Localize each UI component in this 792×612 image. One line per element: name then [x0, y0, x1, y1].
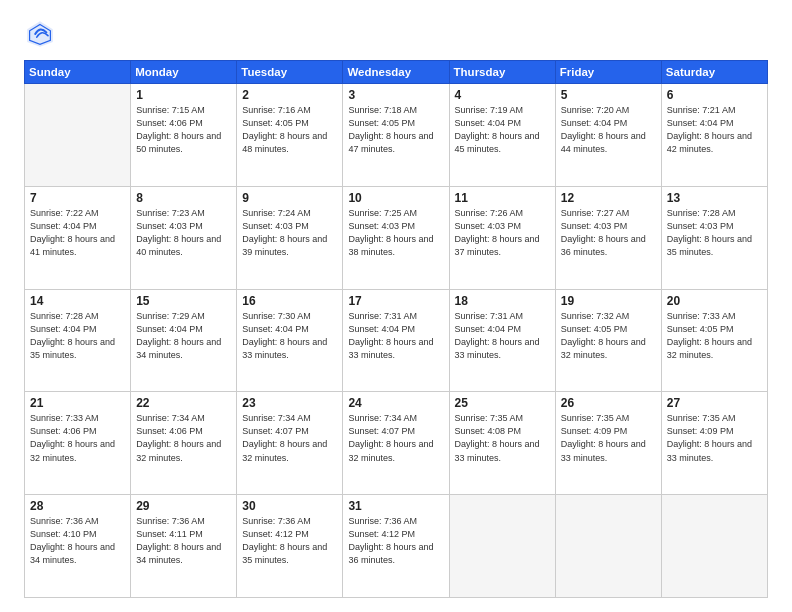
day-info: Sunrise: 7:19 AM Sunset: 4:04 PM Dayligh…	[455, 104, 550, 156]
day-number: 7	[30, 191, 125, 205]
day-info: Sunrise: 7:22 AM Sunset: 4:04 PM Dayligh…	[30, 207, 125, 259]
page: SundayMondayTuesdayWednesdayThursdayFrid…	[0, 0, 792, 612]
day-info: Sunrise: 7:28 AM Sunset: 4:04 PM Dayligh…	[30, 310, 125, 362]
day-number: 9	[242, 191, 337, 205]
calendar-cell	[661, 495, 767, 598]
calendar-cell: 5Sunrise: 7:20 AM Sunset: 4:04 PM Daylig…	[555, 84, 661, 187]
day-info: Sunrise: 7:34 AM Sunset: 4:07 PM Dayligh…	[348, 412, 443, 464]
day-info: Sunrise: 7:30 AM Sunset: 4:04 PM Dayligh…	[242, 310, 337, 362]
day-number: 29	[136, 499, 231, 513]
day-number: 2	[242, 88, 337, 102]
calendar-cell: 14Sunrise: 7:28 AM Sunset: 4:04 PM Dayli…	[25, 289, 131, 392]
day-info: Sunrise: 7:31 AM Sunset: 4:04 PM Dayligh…	[348, 310, 443, 362]
logo-icon	[24, 18, 56, 50]
day-number: 15	[136, 294, 231, 308]
day-info: Sunrise: 7:35 AM Sunset: 4:09 PM Dayligh…	[561, 412, 656, 464]
day-number: 17	[348, 294, 443, 308]
day-number: 4	[455, 88, 550, 102]
calendar-cell: 22Sunrise: 7:34 AM Sunset: 4:06 PM Dayli…	[131, 392, 237, 495]
day-info: Sunrise: 7:25 AM Sunset: 4:03 PM Dayligh…	[348, 207, 443, 259]
calendar-cell: 15Sunrise: 7:29 AM Sunset: 4:04 PM Dayli…	[131, 289, 237, 392]
day-number: 27	[667, 396, 762, 410]
day-number: 10	[348, 191, 443, 205]
calendar-week-3: 14Sunrise: 7:28 AM Sunset: 4:04 PM Dayli…	[25, 289, 768, 392]
calendar-cell: 10Sunrise: 7:25 AM Sunset: 4:03 PM Dayli…	[343, 186, 449, 289]
calendar-cell	[449, 495, 555, 598]
calendar-cell: 2Sunrise: 7:16 AM Sunset: 4:05 PM Daylig…	[237, 84, 343, 187]
day-number: 16	[242, 294, 337, 308]
calendar-cell: 18Sunrise: 7:31 AM Sunset: 4:04 PM Dayli…	[449, 289, 555, 392]
day-number: 8	[136, 191, 231, 205]
day-info: Sunrise: 7:36 AM Sunset: 4:12 PM Dayligh…	[242, 515, 337, 567]
day-number: 5	[561, 88, 656, 102]
calendar-week-4: 21Sunrise: 7:33 AM Sunset: 4:06 PM Dayli…	[25, 392, 768, 495]
day-number: 23	[242, 396, 337, 410]
day-info: Sunrise: 7:33 AM Sunset: 4:05 PM Dayligh…	[667, 310, 762, 362]
day-number: 3	[348, 88, 443, 102]
logo	[24, 18, 62, 50]
day-number: 24	[348, 396, 443, 410]
day-info: Sunrise: 7:26 AM Sunset: 4:03 PM Dayligh…	[455, 207, 550, 259]
calendar-cell: 28Sunrise: 7:36 AM Sunset: 4:10 PM Dayli…	[25, 495, 131, 598]
day-number: 28	[30, 499, 125, 513]
calendar-table: SundayMondayTuesdayWednesdayThursdayFrid…	[24, 60, 768, 598]
day-info: Sunrise: 7:31 AM Sunset: 4:04 PM Dayligh…	[455, 310, 550, 362]
header	[24, 18, 768, 50]
calendar-cell: 31Sunrise: 7:36 AM Sunset: 4:12 PM Dayli…	[343, 495, 449, 598]
calendar-cell: 21Sunrise: 7:33 AM Sunset: 4:06 PM Dayli…	[25, 392, 131, 495]
day-info: Sunrise: 7:34 AM Sunset: 4:07 PM Dayligh…	[242, 412, 337, 464]
day-number: 14	[30, 294, 125, 308]
day-info: Sunrise: 7:35 AM Sunset: 4:09 PM Dayligh…	[667, 412, 762, 464]
day-number: 18	[455, 294, 550, 308]
day-number: 6	[667, 88, 762, 102]
calendar-cell: 16Sunrise: 7:30 AM Sunset: 4:04 PM Dayli…	[237, 289, 343, 392]
day-info: Sunrise: 7:21 AM Sunset: 4:04 PM Dayligh…	[667, 104, 762, 156]
day-number: 1	[136, 88, 231, 102]
calendar-header-wednesday: Wednesday	[343, 61, 449, 84]
calendar-header-monday: Monday	[131, 61, 237, 84]
calendar-week-1: 1Sunrise: 7:15 AM Sunset: 4:06 PM Daylig…	[25, 84, 768, 187]
day-number: 19	[561, 294, 656, 308]
calendar-cell: 23Sunrise: 7:34 AM Sunset: 4:07 PM Dayli…	[237, 392, 343, 495]
day-number: 22	[136, 396, 231, 410]
day-number: 30	[242, 499, 337, 513]
day-number: 21	[30, 396, 125, 410]
calendar-cell: 3Sunrise: 7:18 AM Sunset: 4:05 PM Daylig…	[343, 84, 449, 187]
day-number: 25	[455, 396, 550, 410]
day-info: Sunrise: 7:33 AM Sunset: 4:06 PM Dayligh…	[30, 412, 125, 464]
calendar-cell: 19Sunrise: 7:32 AM Sunset: 4:05 PM Dayli…	[555, 289, 661, 392]
day-info: Sunrise: 7:18 AM Sunset: 4:05 PM Dayligh…	[348, 104, 443, 156]
calendar-cell: 26Sunrise: 7:35 AM Sunset: 4:09 PM Dayli…	[555, 392, 661, 495]
calendar-cell: 20Sunrise: 7:33 AM Sunset: 4:05 PM Dayli…	[661, 289, 767, 392]
calendar-cell: 12Sunrise: 7:27 AM Sunset: 4:03 PM Dayli…	[555, 186, 661, 289]
calendar-cell: 30Sunrise: 7:36 AM Sunset: 4:12 PM Dayli…	[237, 495, 343, 598]
calendar-cell: 11Sunrise: 7:26 AM Sunset: 4:03 PM Dayli…	[449, 186, 555, 289]
calendar-header-saturday: Saturday	[661, 61, 767, 84]
calendar-header-row: SundayMondayTuesdayWednesdayThursdayFrid…	[25, 61, 768, 84]
calendar-cell	[25, 84, 131, 187]
calendar-cell: 17Sunrise: 7:31 AM Sunset: 4:04 PM Dayli…	[343, 289, 449, 392]
day-info: Sunrise: 7:36 AM Sunset: 4:11 PM Dayligh…	[136, 515, 231, 567]
day-number: 20	[667, 294, 762, 308]
calendar-cell: 8Sunrise: 7:23 AM Sunset: 4:03 PM Daylig…	[131, 186, 237, 289]
day-number: 12	[561, 191, 656, 205]
calendar-cell: 7Sunrise: 7:22 AM Sunset: 4:04 PM Daylig…	[25, 186, 131, 289]
calendar-header-tuesday: Tuesday	[237, 61, 343, 84]
day-number: 31	[348, 499, 443, 513]
day-info: Sunrise: 7:36 AM Sunset: 4:10 PM Dayligh…	[30, 515, 125, 567]
day-info: Sunrise: 7:36 AM Sunset: 4:12 PM Dayligh…	[348, 515, 443, 567]
calendar-cell	[555, 495, 661, 598]
calendar-week-5: 28Sunrise: 7:36 AM Sunset: 4:10 PM Dayli…	[25, 495, 768, 598]
day-info: Sunrise: 7:15 AM Sunset: 4:06 PM Dayligh…	[136, 104, 231, 156]
calendar-header-thursday: Thursday	[449, 61, 555, 84]
day-number: 11	[455, 191, 550, 205]
day-info: Sunrise: 7:28 AM Sunset: 4:03 PM Dayligh…	[667, 207, 762, 259]
calendar-cell: 29Sunrise: 7:36 AM Sunset: 4:11 PM Dayli…	[131, 495, 237, 598]
day-info: Sunrise: 7:27 AM Sunset: 4:03 PM Dayligh…	[561, 207, 656, 259]
day-info: Sunrise: 7:32 AM Sunset: 4:05 PM Dayligh…	[561, 310, 656, 362]
calendar-cell: 1Sunrise: 7:15 AM Sunset: 4:06 PM Daylig…	[131, 84, 237, 187]
calendar-week-2: 7Sunrise: 7:22 AM Sunset: 4:04 PM Daylig…	[25, 186, 768, 289]
day-info: Sunrise: 7:35 AM Sunset: 4:08 PM Dayligh…	[455, 412, 550, 464]
day-number: 13	[667, 191, 762, 205]
day-info: Sunrise: 7:20 AM Sunset: 4:04 PM Dayligh…	[561, 104, 656, 156]
